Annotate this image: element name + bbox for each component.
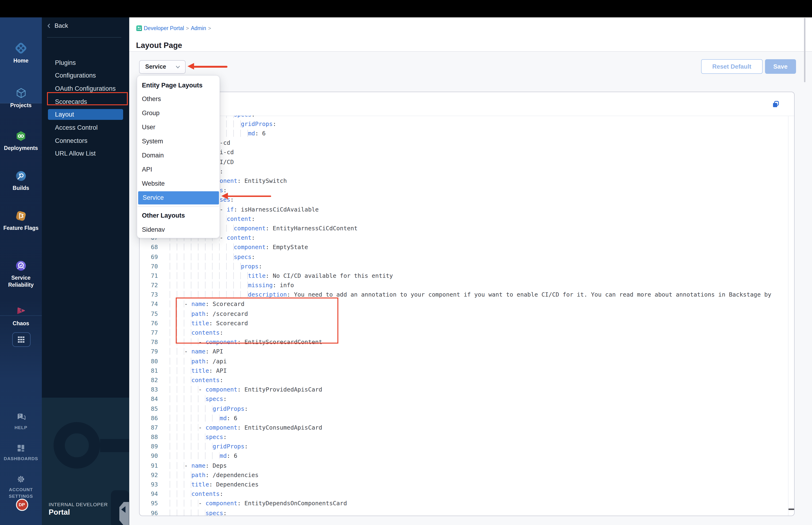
rail-item-dashboards[interactable]: DASHBOARDS (0, 443, 42, 462)
module-rail: HomeProjectsDeploymentsBuildsFeature Fla… (0, 17, 42, 525)
watermark-bar (100, 439, 129, 452)
code-line: 72 missing: info (140, 281, 794, 290)
dashboards-icon (16, 443, 26, 453)
rail-item-account-settings[interactable]: ACCOUNTSETTINGS (0, 474, 42, 499)
page-title: Layout Page (136, 41, 182, 49)
code-line: 96 specs: (140, 508, 794, 515)
rail-item-label: Builds (13, 184, 29, 192)
code-line: 82 contents: (140, 376, 794, 385)
watermark-ring (53, 422, 100, 468)
rail-item-label: Chaos (13, 320, 29, 327)
menu-item-user[interactable]: User (137, 120, 219, 134)
code-line: 83 - component: EntityProvidedApisCard (140, 385, 794, 394)
svg-text:?: ? (18, 414, 21, 418)
module-grid-button[interactable] (12, 332, 30, 347)
code-line: 68 component: EmptyState (140, 243, 794, 252)
rail-item-feature-flags[interactable]: Feature Flags (0, 210, 42, 232)
annotation-arrow-service-item (221, 193, 271, 199)
back-button[interactable]: Back (46, 22, 68, 29)
code-line: 64 - if: isHarnessCiCdAvailable (140, 205, 794, 214)
code-line: 65 content: (140, 214, 794, 224)
code-line: 71 title: No CI/CD available for this en… (140, 271, 794, 281)
code-line: 87 - component: EntityConsumedApisCard (140, 423, 794, 432)
menu-group1-header: Entity Page Layouts (137, 78, 219, 92)
avatar[interactable]: DP (16, 498, 28, 511)
breadcrumb-link-developer-portal[interactable]: Developer Portal (144, 25, 184, 31)
entity-type-select[interactable]: Service (139, 60, 185, 74)
service-reliability-icon (15, 260, 27, 271)
code-line: 79 - name: API (140, 347, 794, 357)
menu-item-api[interactable]: API (137, 162, 219, 177)
sidebar-item-url-allow-list[interactable]: URL Allow List (48, 148, 123, 159)
rail-item-chaos[interactable]: Chaos (0, 305, 42, 327)
breadcrumb-link-admin[interactable]: Admin (191, 25, 206, 31)
rail-item-help[interactable]: ?HELP (0, 411, 42, 431)
reset-default-button[interactable]: Reset Default (701, 59, 763, 74)
code-line: 66 component: EntityHarnessCiCdContent (140, 224, 794, 233)
brand-line2: Portal (49, 508, 108, 516)
watermark-octagon (119, 502, 129, 525)
annotation-arrow-select (187, 63, 227, 70)
code-line: 89 gridProps: (140, 442, 794, 451)
breadcrumb: Developer Portal > Admin > (136, 25, 213, 31)
editor-scrollbar-thumb[interactable] (788, 509, 795, 510)
sidebar-item-access-control[interactable]: Access Control (48, 122, 123, 133)
rail-item-service-reliability[interactable]: ServiceReliability (0, 260, 42, 289)
menu-item-service[interactable]: Service (138, 191, 219, 204)
code-line: 70 props: (140, 261, 794, 271)
gear-icon (16, 474, 26, 484)
menu-item-system[interactable]: System (137, 134, 219, 148)
app-viewport: HomeProjectsDeploymentsBuildsFeature Fla… (0, 0, 812, 525)
rail-item-builds[interactable]: Builds (0, 170, 42, 192)
entity-layout-dropdown-menu: Entity Page Layouts OthersGroupUserSyste… (137, 75, 220, 238)
menu-group2-header: Other Layouts (137, 208, 219, 223)
code-line: 93 title: Dependencies (140, 480, 794, 489)
breadcrumb-separator: > (186, 25, 189, 31)
code-line: 60 contents: (140, 167, 794, 176)
rail-item-deployments[interactable]: Deployments (0, 130, 42, 152)
rail-item-label: ACCOUNTSETTINGS (9, 486, 33, 499)
builds-icon (15, 170, 27, 182)
sidebar-item-plugins[interactable]: Plugins (48, 57, 123, 68)
top-black-bar (0, 0, 812, 17)
page-scrollbar[interactable] (804, 18, 805, 82)
menu-item-website[interactable]: Website (137, 177, 219, 191)
sidebar-item-layout[interactable]: Layout (48, 109, 123, 120)
code-line: 91 - name: Deps (140, 461, 794, 470)
code-line: 88 specs: (140, 432, 794, 442)
chaos-icon (15, 305, 27, 317)
code-line: 92 path: /dependencies (140, 470, 794, 480)
chevron-left-icon (46, 23, 52, 28)
code-line: 69 specs: (140, 252, 794, 261)
code-line: 55 gridProps: (140, 119, 794, 129)
rail-item-home[interactable]: Home (0, 42, 42, 64)
sidebar-item-connectors[interactable]: Connectors (48, 135, 123, 146)
sidebar-item-configurations[interactable]: Configurations (48, 70, 123, 81)
menu-item-others[interactable]: Others (137, 92, 219, 106)
copy-icon[interactable] (771, 100, 780, 108)
rail-item-label: Home (13, 57, 28, 64)
rail-item-label: Feature Flags (3, 224, 39, 232)
idp-module-icon (136, 25, 142, 31)
editor-scrollbar-track (788, 116, 788, 515)
sidebar-brand: INTERNAL DEVELOPER Portal (49, 501, 108, 516)
save-button[interactable]: Save (765, 59, 796, 74)
chevron-down-icon (175, 64, 180, 69)
rail-item-label: HELP (15, 424, 28, 431)
code-line: 85 gridProps: (140, 404, 794, 414)
menu-item-domain[interactable]: Domain (137, 148, 219, 162)
help-icon: ? (16, 411, 26, 422)
code-line: 80 path: /api (140, 357, 794, 366)
watermark-triangle-icon (121, 506, 125, 512)
rail-item-label: Deployments (4, 145, 38, 152)
code-line: 84 specs: (140, 394, 794, 404)
code-line: 61 - component: EntitySwitch (140, 176, 794, 186)
code-line: 94 contents: (140, 489, 794, 499)
rail-item-projects[interactable]: Projects (0, 87, 42, 109)
deployments-icon (15, 130, 27, 142)
code-line: 59 title: CI/CD (140, 157, 794, 167)
annotation-box-layout-item (47, 92, 128, 105)
menu-item-sidenav[interactable]: Sidenav (137, 223, 219, 237)
menu-item-group[interactable]: Group (137, 106, 219, 120)
code-line: 54 specs: (140, 116, 794, 119)
